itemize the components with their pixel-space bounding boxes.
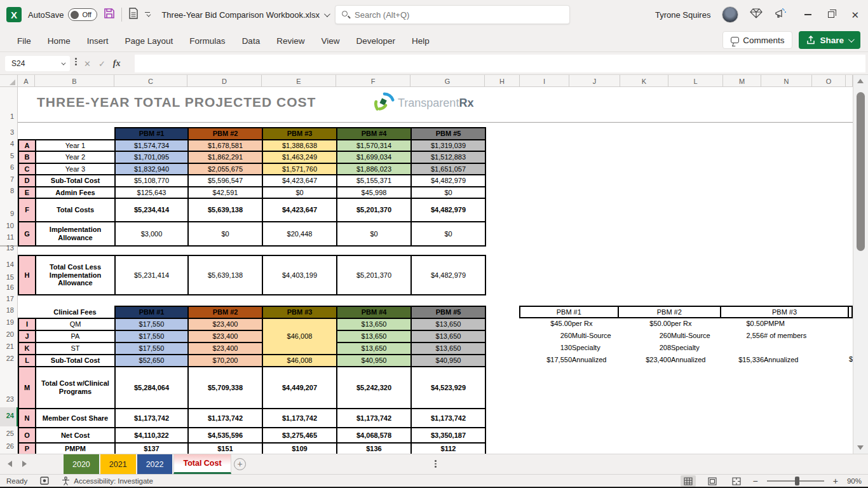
select-all-corner[interactable] — [0, 75, 18, 87]
pbm-header-cell[interactable]: PBM #3 — [262, 306, 337, 318]
side-pbm-header-cell[interactable]: PBM #2 — [618, 306, 721, 318]
ribbon-tab-home[interactable]: Home — [39, 29, 79, 52]
premium-gem-icon[interactable] — [750, 8, 763, 22]
ribbon-tab-data[interactable]: Data — [234, 29, 269, 52]
side-value-cell[interactable]: $17,550 — [519, 353, 572, 365]
sheet-grid[interactable]: THREE-YEAR TOTAL PROJECTED COST Transpar… — [18, 87, 853, 454]
row-header-22[interactable]: 22 — [6, 355, 14, 362]
side-value-cell[interactable]: $50.00 — [618, 317, 671, 329]
value-cell[interactable]: $1,173,742 — [115, 409, 188, 428]
value-cell[interactable]: $1,173,742 — [337, 409, 411, 428]
value-cell[interactable]: $40,950 — [411, 355, 485, 367]
value-cell[interactable]: $3,275,465 — [262, 428, 337, 443]
value-cell[interactable]: $4,449,207 — [262, 367, 337, 409]
page-layout-view-button[interactable] — [705, 475, 720, 487]
section-label-cell[interactable] — [36, 128, 115, 140]
column-header-B[interactable]: B — [35, 75, 114, 87]
user-name[interactable]: Tyrone Squires — [655, 10, 710, 20]
row-label-cell[interactable]: Net Cost — [36, 428, 115, 443]
whats-new-megaphone-icon[interactable] — [774, 8, 787, 22]
row-letter-cell[interactable]: B — [18, 151, 36, 163]
value-cell[interactable]: $20,448 — [262, 222, 337, 246]
value-cell[interactable]: $5,201,370 — [337, 255, 411, 295]
column-header-C[interactable]: C — [114, 75, 187, 87]
row-label-cell[interactable]: Total Cost Less Implementation Allowance — [36, 255, 115, 295]
side-label-cell[interactable]: Multi-Source — [572, 329, 618, 341]
row-header-20[interactable]: 20 — [6, 330, 14, 338]
row-letter-cell[interactable]: E — [18, 187, 36, 198]
zoom-out-button[interactable]: − — [753, 476, 758, 486]
side-value-cell[interactable]: 208 — [618, 341, 671, 353]
value-cell[interactable]: $5,231,414 — [115, 255, 188, 295]
row-label-cell[interactable]: Admin Fees — [36, 187, 115, 198]
value-cell[interactable]: $1,699,034 — [337, 151, 411, 163]
column-header-partial[interactable] — [846, 75, 853, 87]
value-cell[interactable]: $5,596,547 — [188, 175, 262, 187]
side-value-cell[interactable]: 130 — [519, 341, 572, 353]
sheet-tab-2020[interactable]: 2020 — [64, 454, 99, 474]
pbm-header-cell[interactable]: PBM #1 — [115, 306, 188, 318]
column-header-O[interactable]: O — [812, 75, 846, 87]
row-label-cell[interactable]: Total Cost w/Clinical Programs — [36, 367, 115, 409]
row-header-9[interactable]: 9 — [10, 210, 14, 217]
value-cell[interactable]: $151 — [188, 443, 262, 454]
prev-sheet-arrow[interactable] — [8, 461, 12, 467]
side-value-cell[interactable]: $23,400 — [618, 353, 671, 365]
row-letter-cell[interactable]: K — [18, 342, 36, 355]
value-cell[interactable]: $17,550 — [115, 342, 188, 355]
value-cell[interactable]: $1,701,095 — [115, 151, 188, 163]
side-label-cell[interactable]: per Rx — [671, 317, 722, 329]
value-cell[interactable]: $1,862,291 — [188, 151, 262, 163]
row-header-23[interactable]: 23 — [6, 395, 14, 403]
column-header-M[interactable]: M — [723, 75, 761, 87]
row-letter-cell[interactable]: A — [18, 140, 36, 151]
value-cell[interactable]: $1,173,742 — [411, 409, 485, 428]
sheet-tab-total-cost[interactable]: Total Cost — [173, 454, 231, 474]
name-box[interactable]: S24 — [5, 56, 70, 71]
pbm-header-cell[interactable]: PBM #2 — [188, 306, 262, 318]
row-label-cell[interactable]: Year 2 — [36, 151, 115, 163]
share-button[interactable]: Share — [799, 31, 860, 49]
value-cell[interactable]: $4,423,647 — [262, 198, 337, 222]
scroll-down-arrow[interactable] — [857, 445, 864, 450]
row-header-17[interactable]: 17 — [6, 295, 14, 302]
side-value-cell[interactable]: $0.50 — [722, 317, 764, 329]
value-cell[interactable]: $23,400 — [188, 318, 262, 330]
value-cell[interactable]: $1,832,940 — [115, 163, 188, 175]
ribbon-tab-developer[interactable]: Developer — [348, 29, 403, 52]
value-cell[interactable]: $46,008 — [262, 355, 337, 367]
normal-view-button[interactable] — [681, 475, 696, 487]
pbm-header-cell[interactable]: PBM #5 — [411, 306, 485, 318]
row-header-6[interactable]: 6 — [10, 163, 14, 171]
row-header-3[interactable]: 3 — [10, 128, 14, 136]
value-cell[interactable]: $13,650 — [411, 330, 485, 342]
value-cell[interactable]: $3,350,187 — [411, 428, 485, 443]
value-cell[interactable]: $4,482,979 — [411, 175, 485, 187]
row-header-26[interactable]: 26 — [6, 442, 14, 450]
workbook-title[interactable]: Three-Year Bid Comparison Workbook.xlsx — [161, 10, 320, 20]
row-header-16[interactable]: 16 — [6, 283, 14, 291]
row-label-cell[interactable]: PMPM — [36, 443, 115, 454]
row-label-cell[interactable]: Sub-Total Cost — [36, 355, 115, 367]
row-header-4[interactable]: 4 — [10, 140, 14, 147]
value-cell[interactable]: $40,950 — [337, 355, 411, 367]
value-cell[interactable]: $3,000 — [115, 222, 188, 246]
value-cell[interactable]: $4,403,199 — [262, 255, 337, 295]
row-label-cell[interactable]: Total Costs — [36, 198, 115, 222]
column-header-G[interactable]: G — [410, 75, 485, 87]
value-cell[interactable]: $136 — [337, 443, 411, 454]
value-cell[interactable]: $5,201,370 — [337, 198, 411, 222]
row-header-1[interactable]: 1 — [10, 112, 14, 120]
ribbon-tab-formulas[interactable]: Formulas — [181, 29, 233, 52]
side-label-cell[interactable]: Specialty — [572, 341, 618, 353]
value-cell[interactable]: $1,886,023 — [337, 163, 411, 175]
sheet-title-cell[interactable]: THREE-YEAR TOTAL PROJECTED COST — [37, 95, 316, 110]
value-cell[interactable]: $13,650 — [337, 318, 411, 330]
pbm-header-cell[interactable]: PBM #4 — [337, 128, 411, 140]
pbm-header-cell[interactable]: PBM #3 — [262, 128, 337, 140]
column-header-F[interactable]: F — [336, 75, 410, 87]
value-cell[interactable]: $5,639,138 — [188, 198, 262, 222]
enter-icon[interactable]: ✓ — [98, 59, 105, 69]
row-letter-cell[interactable]: L — [18, 355, 36, 367]
side-label-cell[interactable]: per Rx — [572, 317, 618, 329]
